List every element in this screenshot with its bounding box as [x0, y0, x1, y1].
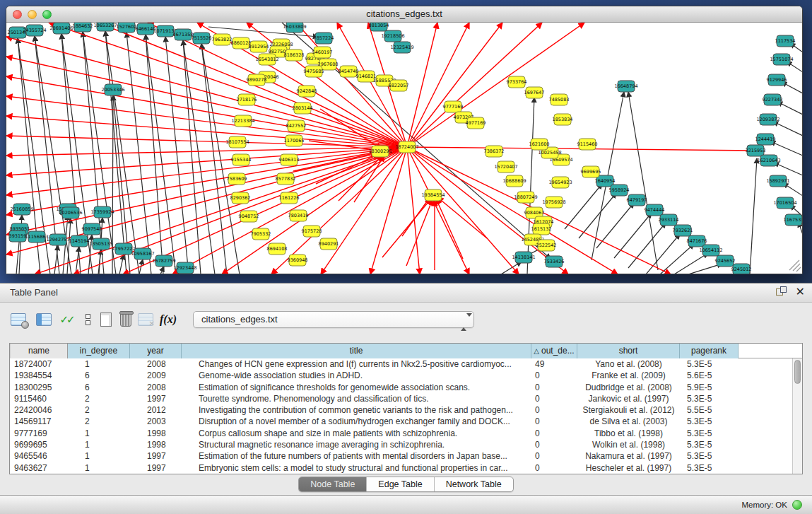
selected-edge[interactable] [6, 147, 407, 235]
edge[interactable] [565, 184, 602, 229]
edge[interactable] [183, 40, 201, 274]
graph-node[interactable]: 15892971 [766, 175, 789, 187]
graph-node[interactable]: 1884632 [73, 23, 93, 32]
table-row[interactable]: 977716911998Corpus callosum shape and si… [10, 428, 802, 439]
graph-node-selected[interactable]: 9115460 [577, 139, 598, 150]
graph-node[interactable]: 13505135 [89, 238, 112, 250]
cell-in_degree[interactable]: 1 [68, 462, 130, 474]
table-row[interactable]: 1456911722003Disruption of a novel membe… [10, 416, 802, 427]
resize-grip[interactable] [789, 260, 801, 271]
graph-node-selected[interactable]: 7905332 [251, 228, 271, 240]
edge[interactable] [119, 255, 124, 274]
selected-edge[interactable] [370, 147, 407, 274]
cell-name[interactable]: 9777169 [10, 428, 68, 439]
cell-short[interactable]: Dudbridge et al. (2008) [577, 382, 680, 393]
graph-node-selected[interactable]: 16543812 [255, 54, 278, 65]
show-columns-button[interactable] [34, 310, 54, 329]
float-panel-icon[interactable] [776, 286, 787, 298]
graph-node-selected[interactable]: 18107554 [225, 136, 249, 148]
graph-node[interactable]: 7533426 [544, 256, 565, 267]
selected-edge[interactable] [407, 23, 469, 147]
selected-edge[interactable] [407, 147, 420, 274]
graph-node[interactable]: 20691406 [49, 23, 73, 34]
cell-in_degree[interactable]: 1 [68, 428, 130, 439]
cell-out_de[interactable]: 49 [531, 358, 577, 370]
cell-out_de[interactable]: 0 [531, 416, 577, 427]
graph-node[interactable]: 7515526 [192, 33, 212, 44]
edge[interactable] [501, 262, 522, 274]
edge[interactable] [105, 31, 126, 274]
cell-title[interactable]: Embryonic stem cells: a model to study s… [182, 462, 531, 474]
table-vertical-scrollbar[interactable] [792, 358, 802, 474]
graph-node-selected[interactable]: 15720407 [494, 161, 517, 173]
cell-pagerank[interactable]: 5.3E-5 [680, 439, 739, 450]
cell-in_degree[interactable]: 1 [68, 439, 130, 450]
edge[interactable] [628, 92, 658, 270]
network-svg[interactable]: 2501346243557242069140618846321065326715… [6, 23, 802, 274]
graph-node-selected[interactable]: 1621600 [529, 139, 550, 150]
selected-edge[interactable] [407, 23, 502, 147]
minimize-window-button[interactable] [28, 10, 37, 19]
graph-node-selected[interactable]: 19756928 [542, 197, 565, 208]
cell-year[interactable]: 1997 [130, 450, 182, 462]
network-canvas[interactable]: 2501346243557242069140618846321065326715… [6, 23, 802, 274]
graph-node[interactable]: 20053346 [101, 84, 124, 95]
table-row[interactable]: 911546021997Tourette syndrome. Phenomeno… [10, 393, 802, 404]
cell-pagerank[interactable]: 5.3E-5 [680, 450, 739, 462]
column-header-in_degree[interactable]: in_degree [68, 344, 130, 358]
cell-name[interactable]: 19384554 [10, 370, 68, 381]
graph-node[interactable]: 9474444 [645, 204, 665, 216]
cell-in_degree[interactable]: 6 [68, 382, 130, 393]
table-row[interactable]: 1872400712008Changes of HCN gene express… [10, 358, 802, 370]
cell-title[interactable]: Investigating the contribution of common… [182, 404, 531, 416]
table-panel-header[interactable]: Table Panel ✕ [0, 283, 812, 303]
cell-out_de[interactable]: 0 [531, 439, 577, 450]
cell-name[interactable]: 14569117 [10, 416, 68, 427]
edge[interactable] [777, 102, 802, 115]
graph-node-selected[interactable]: 9699695 [581, 166, 601, 177]
graph-node[interactable]: 12325419 [390, 42, 413, 53]
graph-node-selected[interactable]: 9733764 [507, 76, 527, 88]
cell-pagerank[interactable]: 5.3E-5 [680, 462, 739, 474]
cell-pagerank[interactable]: 5.3E-5 [680, 358, 739, 370]
table-row[interactable]: 969969511998Structural magnetic resonanc… [10, 439, 802, 450]
graph-node[interactable]: 10654112 [699, 245, 722, 256]
unselect-all-button[interactable] [78, 310, 98, 329]
cell-short[interactable]: Hescheler et al. (1997) [577, 462, 680, 474]
graph-node-selected[interactable]: 9048752 [239, 211, 259, 222]
graph-node-selected[interactable]: 5460197 [312, 47, 333, 58]
cell-name[interactable]: 22420046 [10, 404, 68, 416]
column-header-short[interactable]: short [577, 344, 680, 358]
graph-node-selected[interactable]: 9175728 [302, 226, 322, 237]
graph-node[interactable]: 1167533 [784, 214, 802, 226]
graph-node-selected[interactable]: 9475685 [304, 66, 324, 77]
column-header-title[interactable]: title [182, 344, 531, 358]
table-settings-button[interactable] [8, 310, 28, 329]
cell-out_de[interactable]: 0 [531, 370, 577, 381]
cell-year[interactable]: 2008 [130, 382, 182, 393]
column-header-year[interactable]: year [130, 344, 182, 358]
cell-pagerank[interactable]: 5.3E-5 [680, 393, 739, 404]
cell-year[interactable]: 2012 [130, 404, 182, 416]
graph-node-selected[interactable]: 19654923 [548, 177, 572, 188]
cell-out_de[interactable]: 0 [531, 450, 577, 462]
graph-node-selected[interactable]: 9777169 [443, 101, 464, 112]
graph-node[interactable]: 25160859 [10, 204, 33, 215]
cell-pagerank[interactable]: 5.3E-5 [680, 428, 739, 439]
graph-node[interactable]: 10653267 [93, 23, 117, 31]
cell-name[interactable]: 9115460 [10, 393, 68, 404]
cell-pagerank[interactable]: 5.3E-5 [680, 416, 739, 427]
zoom-window-button[interactable] [42, 10, 52, 19]
graph-node-selected[interactable]: 1170065 [284, 135, 305, 146]
graph-node[interactable]: 16033809 [283, 23, 306, 33]
cell-pagerank[interactable]: 5.6E-5 [680, 370, 739, 381]
graph-node-selected[interactable]: 12213384 [231, 115, 254, 127]
cell-pagerank[interactable]: 5.9E-5 [680, 382, 739, 393]
cell-year[interactable]: 1998 [130, 428, 182, 439]
graph-node-selected[interactable]: 4977169 [466, 117, 486, 129]
cell-in_degree[interactable]: 6 [68, 370, 130, 381]
cell-title[interactable]: Estimation of significance thresholds fo… [182, 382, 531, 393]
selected-edge[interactable] [407, 23, 584, 147]
cell-year[interactable]: 2009 [130, 370, 182, 381]
edge[interactable] [770, 141, 802, 156]
